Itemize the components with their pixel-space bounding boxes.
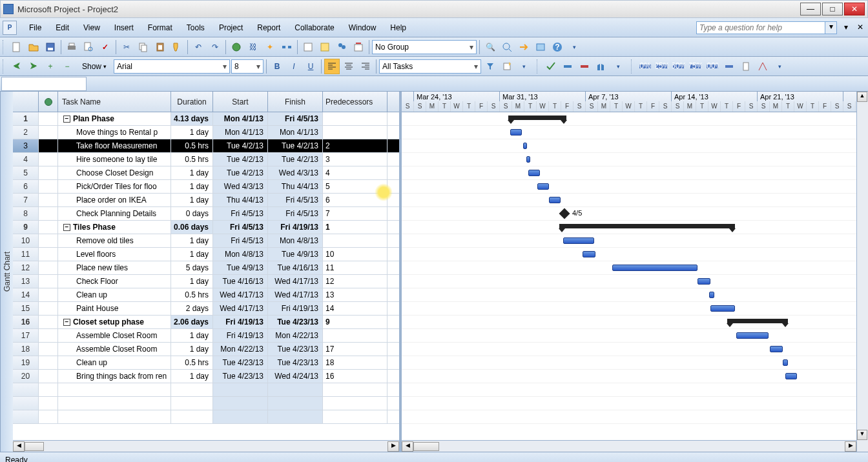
gantt-row[interactable] [402, 153, 856, 166]
start-cell[interactable]: Fri 4/5/13 [213, 207, 268, 220]
row-number-cell[interactable]: 12 [13, 261, 39, 274]
predecessor-cell[interactable]: 2 [323, 139, 388, 152]
start-cell[interactable]: Thu 4/4/13 [213, 194, 268, 206]
predecessor-cell[interactable]: 4 [323, 166, 388, 179]
duration-cell[interactable]: 1 day [171, 234, 213, 247]
indicator-cell[interactable] [39, 153, 58, 166]
table-row[interactable]: 6Pick/Order Tiles for floo1 dayWed 4/3/1… [13, 180, 399, 194]
left-h-scrollbar[interactable]: ◀ ▶ [13, 440, 399, 452]
start-cell[interactable]: Tue 4/16/13 [213, 275, 268, 288]
task-drivers-button[interactable] [560, 59, 575, 74]
gantt-summary-bar[interactable] [727, 319, 788, 323]
indicator-cell[interactable] [39, 275, 58, 288]
scroll-left-button[interactable]: ◀ [402, 441, 413, 452]
menu-file[interactable]: File [22, 20, 48, 35]
toolbar-options-button[interactable]: ▾ [772, 59, 787, 74]
pct-100-button[interactable]: 100% [705, 59, 720, 74]
indicator-cell[interactable] [39, 343, 58, 356]
start-cell[interactable]: Wed 4/3/13 [213, 180, 268, 193]
publish-button[interactable] [351, 39, 366, 55]
finish-cell[interactable]: Fri 4/19/13 [268, 221, 323, 234]
row-number-cell[interactable]: 18 [13, 343, 39, 356]
align-left-button[interactable] [324, 59, 340, 74]
gantt-task-bar[interactable] [563, 237, 594, 244]
row-number-cell[interactable]: 9 [13, 221, 39, 234]
start-cell[interactable]: Tue 4/2/13 [213, 166, 268, 179]
start-cell[interactable]: Mon 4/8/13 [213, 248, 268, 261]
predecessor-cell[interactable]: 6 [323, 194, 388, 206]
menu-window[interactable]: Window [342, 20, 384, 35]
gantt-task-bar[interactable] [528, 170, 540, 176]
start-cell[interactable]: Tue 4/23/13 [213, 370, 268, 383]
table-row[interactable]: 8Check Planning Details0 daysFri 4/5/13F… [13, 207, 399, 221]
predecessors-header[interactable]: Predecessors [323, 92, 388, 112]
row-number-cell[interactable]: 7 [13, 194, 39, 206]
row-number-cell[interactable]: 4 [13, 153, 39, 166]
finish-cell[interactable]: Mon 4/1/13 [268, 126, 323, 139]
row-number-cell[interactable]: 20 [13, 370, 39, 383]
taskname-cell[interactable]: Paint House [58, 302, 171, 315]
taskname-cell[interactable]: Place order on IKEA [58, 194, 171, 206]
gantt-row[interactable] [402, 356, 856, 370]
start-cell[interactable]: Mon 4/1/13 [213, 126, 268, 139]
gantt-row[interactable] [402, 234, 856, 248]
taskname-cell[interactable]: Check Floor [58, 275, 171, 288]
start-cell[interactable]: Fri 4/5/13 [213, 221, 268, 234]
row-number-cell[interactable]: 14 [13, 288, 39, 301]
open-button[interactable] [26, 39, 41, 55]
toolbar-options-button[interactable]: ▾ [566, 39, 582, 55]
start-cell[interactable]: Tue 4/2/13 [213, 153, 268, 166]
menu-format[interactable]: Format [141, 20, 180, 35]
menu-help[interactable]: Help [383, 20, 413, 35]
save-button[interactable] [43, 39, 58, 55]
predecessor-cell[interactable]: 14 [323, 302, 388, 315]
cut-button[interactable]: ✂ [119, 39, 134, 55]
duration-cell[interactable]: 5 days [171, 261, 213, 274]
table-row[interactable]: 5Choose Closet Design1 dayTue 4/2/13Wed … [13, 166, 399, 180]
duration-cell[interactable]: 1 day [171, 126, 213, 139]
v-scrollbar[interactable]: ▲ ▼ [856, 92, 868, 452]
duration-cell[interactable]: 4.13 days [171, 112, 213, 125]
table-row[interactable]: 20Bring things back from ren1 dayTue 4/2… [13, 370, 399, 383]
gantt-task-bar[interactable] [770, 346, 783, 352]
duration-cell[interactable]: 0 days [171, 207, 213, 220]
gantt-row[interactable] [402, 139, 856, 153]
outdent-button[interactable]: ⮜ [9, 59, 25, 74]
go-to-task-button[interactable] [516, 39, 532, 55]
scroll-down-button[interactable]: ▼ [857, 430, 867, 440]
finish-cell[interactable]: Fri 4/5/13 [268, 207, 323, 220]
finish-cell[interactable]: Tue 4/23/13 [268, 356, 323, 369]
gantt-milestone[interactable] [559, 208, 570, 219]
font-combo[interactable]: Arial▾ [114, 59, 230, 74]
indicators-header[interactable] [39, 92, 58, 112]
gantt-task-bar[interactable] [523, 143, 527, 149]
taskname-cell[interactable]: Choose Closet Design [58, 166, 171, 179]
duration-cell[interactable]: 1 day [171, 180, 213, 193]
start-cell[interactable]: Fri 4/5/13 [213, 234, 268, 247]
indicator-cell[interactable] [39, 221, 58, 234]
undo-button[interactable]: ↶ [191, 39, 206, 55]
row-number-cell[interactable]: 17 [13, 329, 39, 342]
filter-combo[interactable]: All Tasks▾ [379, 59, 481, 74]
table-row[interactable] [13, 410, 399, 424]
gantt-row[interactable] [402, 166, 856, 180]
taskname-cell[interactable]: Level floors [58, 248, 171, 261]
duration-cell[interactable]: 1 day [171, 166, 213, 179]
link-tasks-button[interactable]: ⛓ [245, 39, 261, 55]
duration-header[interactable]: Duration [171, 92, 213, 112]
start-cell[interactable]: Tue 4/2/13 [213, 139, 268, 152]
table-row[interactable]: 15Paint House2 daysWed 4/17/13Fri 4/19/1… [13, 302, 399, 316]
finish-cell[interactable]: Thu 4/4/13 [268, 180, 323, 193]
help-dropdown-button[interactable]: ▾ [825, 21, 837, 34]
predecessor-cell[interactable]: 7 [323, 207, 388, 220]
scrollbar-thumb[interactable] [413, 442, 439, 451]
tracking-gantt-button[interactable] [543, 59, 559, 74]
copy-picture-button[interactable] [533, 39, 548, 55]
gantt-task-bar[interactable] [583, 251, 595, 257]
format-painter-button[interactable] [169, 39, 185, 55]
indicator-cell[interactable] [39, 329, 58, 342]
menu-view[interactable]: View [76, 20, 107, 35]
scroll-left-button[interactable]: ◀ [13, 441, 25, 452]
duration-cell[interactable]: 1 day [171, 329, 213, 342]
table-row[interactable] [13, 383, 399, 397]
